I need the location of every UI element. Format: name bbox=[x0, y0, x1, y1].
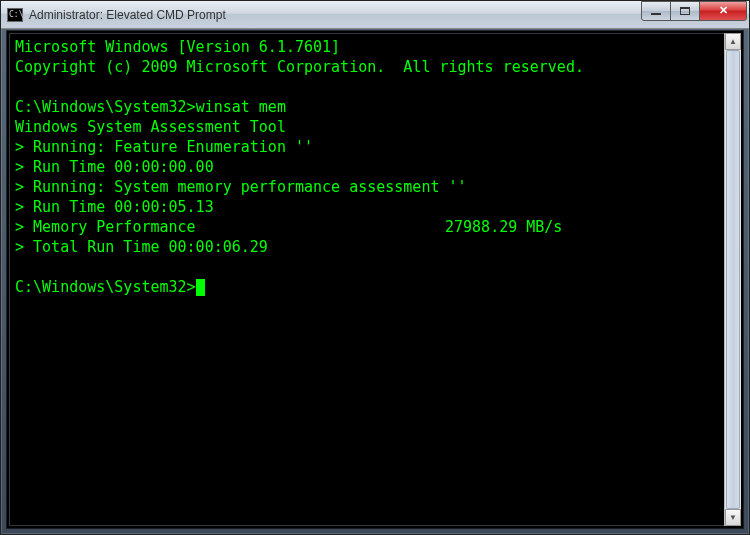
output-line: > Running: System memory performance ass… bbox=[15, 178, 467, 196]
prompt-path: C:\Windows\System32> bbox=[15, 98, 196, 116]
chevron-up-icon: ▲ bbox=[729, 37, 737, 46]
maximize-icon bbox=[680, 7, 690, 15]
output-line: > Run Time 00:00:00.00 bbox=[15, 158, 214, 176]
memory-perf-value: 27988.29 MB/s bbox=[445, 217, 562, 237]
terminal-output[interactable]: Microsoft Windows [Version 6.1.7601] Cop… bbox=[9, 33, 724, 526]
prompt-path: C:\Windows\System32> bbox=[15, 278, 196, 296]
client-area: Microsoft Windows [Version 6.1.7601] Cop… bbox=[7, 31, 743, 528]
tool-name-line: Windows System Assessment Tool bbox=[15, 118, 286, 136]
os-version-line: Microsoft Windows [Version 6.1.7601] bbox=[15, 38, 340, 56]
maximize-button[interactable] bbox=[670, 1, 700, 21]
window-title: Administrator: Elevated CMD Prompt bbox=[29, 8, 642, 22]
scroll-up-button[interactable]: ▲ bbox=[725, 33, 741, 50]
minimize-icon bbox=[651, 13, 661, 15]
output-line: > Total Run Time 00:00:06.29 bbox=[15, 238, 268, 256]
copyright-line: Copyright (c) 2009 Microsoft Corporation… bbox=[15, 58, 584, 76]
titlebar[interactable]: C:\ Administrator: Elevated CMD Prompt ✕ bbox=[1, 1, 749, 29]
scroll-down-button[interactable]: ▼ bbox=[725, 509, 741, 526]
command-input: winsat mem bbox=[196, 98, 286, 116]
scroll-track[interactable] bbox=[725, 50, 741, 509]
cursor bbox=[196, 279, 205, 296]
memory-perf-label: > Memory Performance bbox=[15, 217, 445, 237]
cmd-window: C:\ Administrator: Elevated CMD Prompt ✕… bbox=[0, 0, 750, 535]
close-icon: ✕ bbox=[719, 4, 728, 17]
output-line: > Running: Feature Enumeration '' bbox=[15, 138, 313, 156]
cmd-icon: C:\ bbox=[7, 8, 23, 22]
minimize-button[interactable] bbox=[641, 1, 671, 21]
output-line: > Run Time 00:00:05.13 bbox=[15, 198, 214, 216]
chevron-down-icon: ▼ bbox=[729, 513, 737, 522]
window-controls: ✕ bbox=[642, 1, 747, 21]
vertical-scrollbar[interactable]: ▲ ▼ bbox=[724, 33, 741, 526]
close-button[interactable]: ✕ bbox=[699, 1, 747, 21]
scroll-thumb[interactable] bbox=[726, 50, 740, 509]
